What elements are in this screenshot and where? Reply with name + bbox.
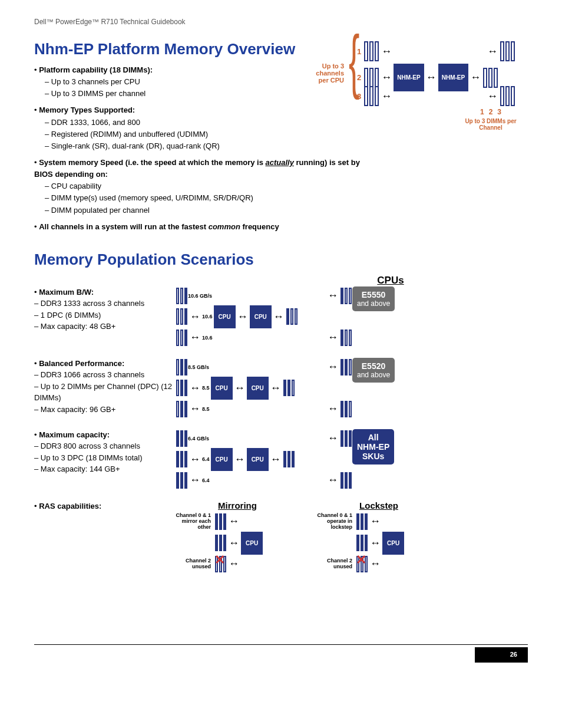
- cpus-header: CPUs: [352, 275, 429, 286]
- platform-diagram: Up to 3 channels per CPU { 1 ↔ 2 ↔ NHM-E…: [316, 40, 528, 146]
- mirroring-title: Mirroring: [176, 500, 299, 510]
- s1-b3-s1: CPU capability: [51, 182, 101, 190]
- section1-bullets: • Platform capability (18 DIMMs): – Up t…: [34, 64, 364, 233]
- cpu-e5550-label: E5550 and above: [352, 286, 395, 311]
- ras-title: RAS capabilities:: [39, 502, 101, 510]
- ch-num-2: 2: [357, 73, 361, 82]
- scenario-ras: • RAS capabilities: Mirroring Channel 0 …: [34, 500, 528, 574]
- s1-b3-title: System memory Speed (i.e. the speed at w…: [34, 158, 360, 179]
- s1-b3-s3: DIMM populated per channel: [51, 206, 150, 215]
- x-icon: ✕: [356, 552, 366, 568]
- ch-num-3: 3: [357, 92, 361, 101]
- cpu-e5520-label: E5520 and above: [352, 358, 395, 383]
- lockstep-title: Lockstep: [317, 500, 441, 510]
- scen1-title: Maximum B/W:: [39, 288, 94, 297]
- scen2-title: Balanced Performance:: [39, 359, 124, 368]
- cpu-box: CPU: [214, 305, 236, 328]
- scenario-max-capacity: • Maximum capacity: – DDR3 800 across 3 …: [34, 429, 528, 490]
- s1-b3-s2: DIMM type(s) used (memory speed, U/RDIMM…: [51, 193, 253, 202]
- s1-b2-title: Memory Types Supported:: [39, 106, 135, 114]
- page-footer: 26: [34, 644, 528, 663]
- doc-header: Dell™ PowerEdge™ R710 Technical Guideboo…: [34, 18, 528, 26]
- scen3-title: Maximum capacity:: [39, 430, 110, 439]
- s1-b2-s1: DDR 1333, 1066, and 800: [51, 118, 140, 127]
- cpu-all-skus-label: All NHM-EP SKUs: [352, 429, 394, 465]
- ch-num-1: 1: [357, 47, 361, 56]
- s1-b2-s2: Registered (RDIMM) and unbuffered (UDIMM…: [51, 130, 208, 139]
- s1-b1-title: Platform capability (18 DIMMs):: [39, 65, 153, 74]
- section2-title: Memory Population Scenarios: [34, 251, 528, 269]
- dimms-label: Up to 3 DIMMs per Channel: [455, 118, 526, 131]
- s1-b4: All channels in a system will run at the…: [39, 222, 279, 231]
- scenario-balanced: • Balanced Performance: – DDR3 1066 acro…: [34, 358, 528, 419]
- s1-b1-s2: Up to 3 DIMMS per channel: [51, 89, 146, 98]
- nhmep-box: NHM-EP: [394, 64, 424, 91]
- channels-label: Up to 3 channels per CPU: [316, 62, 344, 84]
- x-icon: ✕: [214, 552, 225, 568]
- dimm-nums: 123: [455, 106, 526, 117]
- arrow-icon: ↔: [381, 45, 392, 58]
- nhmep-box-2: NHM-EP: [438, 64, 468, 91]
- page-number: 26: [475, 647, 528, 663]
- scenario-max-bw: • Maximum B/W: – DDR3 1333 across 3 chan…: [34, 286, 528, 347]
- s1-b2-s3: Single-rank (SR), dual-rank (DR), quad-r…: [51, 141, 220, 150]
- s1-b1-s1: Up to 3 channels per CPU: [51, 77, 140, 86]
